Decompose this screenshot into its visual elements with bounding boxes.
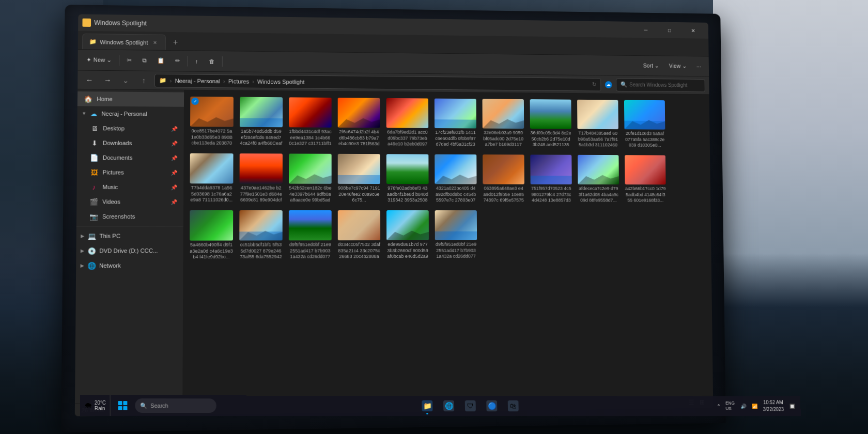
taskbar-app-explorer[interactable]: 📁	[417, 396, 438, 416]
pictures-icon: 🖼	[90, 168, 99, 176]
file-item-2[interactable]: 1fbbd4431c4df 93acee9ea1384 1c4b660c1e32…	[287, 95, 334, 149]
file-name-0: 0ce8517be4072 5a1e0b33d65e3 890Bcbe113ed…	[190, 128, 234, 147]
file-thumbnail-8	[577, 100, 618, 129]
file-item-18[interactable]: afdececa7c2e9 d793f1a62d08 4ba4a9c09d 88…	[576, 153, 621, 206]
dvd-chevron-icon: ▶	[81, 248, 84, 253]
share-button[interactable]: ↑	[191, 54, 203, 68]
sidebar-item-videos[interactable]: 🎬 Videos 📌	[76, 194, 183, 209]
tab-close-button[interactable]: ✕	[151, 39, 159, 46]
file-item-20[interactable]: 5a4660b490ff4 d9f1a3e2a0d c4a6c19e3b4 f4…	[188, 208, 236, 264]
file-item-6[interactable]: 32e06eb03a9 9059bf05adc00 2d75e10a7be7 b…	[481, 97, 526, 150]
file-name-20: 5a4660b490ff4 d9f1a3e2a0d c4a6c19e3b4 f4…	[190, 242, 233, 261]
taskbar-weather[interactable]: 🌧 20°C Rain	[80, 395, 111, 416]
maximize-button[interactable]: □	[658, 22, 681, 39]
file-item-0[interactable]: 0ce8517be4072 5a1e0b33d65e3 890Bcbe113ed…	[188, 95, 236, 149]
minimize-button[interactable]: ─	[634, 22, 657, 38]
file-item-22[interactable]: d9f5f951ed0bf 21e92551ad417 b7b9031a432a…	[287, 208, 334, 263]
videos-pin-icon: 📌	[171, 199, 177, 205]
file-item-17[interactable]: 751f957d70523 4c59801279fc4 27d73c4d4248…	[528, 152, 574, 206]
file-area[interactable]: 0ce8517be4072 5a1e0b33d65e3 890Bcbe113ed…	[182, 90, 713, 402]
home-icon: 🏠	[84, 95, 92, 103]
file-item-3[interactable]: 2f6c6474d2b2f 4b4d6b486cb83 b79a7eb4c90e…	[336, 96, 382, 150]
clock: 10:52 AM 3/22/2023	[763, 399, 784, 413]
sidebar-neeraj-personal[interactable]: ▼ ☁ Neeraj - Personal	[78, 106, 184, 121]
taskbar-app-security[interactable]: 🛡	[460, 396, 480, 416]
sidebar-dvd-drive[interactable]: ▶ 💿 DVD Drive (D:) CCC...	[76, 243, 183, 258]
file-selected-indicator	[191, 98, 198, 105]
file-item-15[interactable]: 4321a023bc405 d4a92dfb0d8bc c454b5597e7c…	[432, 152, 478, 207]
file-item-12[interactable]: 542b52cen182c 6be4e3397b644 9dfb8aa8aace…	[287, 151, 334, 206]
sidebar-item-documents[interactable]: 📄 Documents 📌	[77, 150, 184, 165]
file-item-7[interactable]: 36d09c05c3d4 8c2e50cb2b6 2d75e10d3b248 a…	[528, 97, 574, 151]
file-item-10[interactable]: T7b4dda9378 1a565d03698 1c76a6a2e9a8 711…	[188, 151, 235, 206]
toolbar-separator-3	[222, 56, 222, 67]
delete-button[interactable]: 🗑	[205, 54, 219, 68]
add-tab-button[interactable]: +	[167, 35, 183, 50]
copy-button[interactable]: ⧉	[138, 53, 151, 68]
up-button[interactable]: ↑	[136, 73, 151, 87]
notification-center[interactable]: 🔲	[787, 396, 797, 416]
file-item-11[interactable]: 437e0ae1462be b277f9e1501e3 d684e6609c81…	[237, 151, 285, 206]
file-item-4[interactable]: 6da7bf9ed2d1 acc0d09bc337 79b73eba49e10 …	[384, 96, 431, 150]
file-item-21[interactable]: cc51bb5df1bf1 5f535d7d0027 879e24673af55…	[237, 208, 285, 263]
active-tab[interactable]: 📁 Windows Spotlight ✕	[82, 34, 165, 50]
file-item-24[interactable]: ede99d861b7d 9773b3b2660cf 600d59af0bcab…	[384, 208, 431, 262]
file-thumbnail-16	[483, 154, 524, 184]
taskbar-app-store[interactable]: 🛍	[503, 396, 523, 416]
file-item-25[interactable]: d9f5f951ed0bf 21e92551ad417 b7b9031a432a…	[433, 208, 479, 262]
sidebar-network[interactable]: ▶ 🌐 Network	[76, 258, 183, 273]
sidebar-item-home[interactable]: 🏠 Home	[78, 91, 184, 107]
taskbar-app-browser[interactable]: 🌐	[439, 396, 459, 416]
file-item-14[interactable]: 976fe02adb8ef3 43aadb4f1be8d b840d319342…	[384, 152, 431, 206]
file-item-23[interactable]: d034cc05f7502 3daf835a21c4 33c2075c26683…	[336, 208, 382, 263]
close-button[interactable]: ✕	[681, 22, 704, 39]
file-thumbnail-25	[435, 210, 477, 240]
file-item-9[interactable]: 20fe1d1c6d3 5a5af077a5fa 5ac388c2e039 d1…	[622, 98, 668, 151]
file-item-13[interactable]: 908be7c97c94 719120e46fee2 c8a9c6e6c75..…	[336, 152, 382, 206]
sidebar-item-screenshots[interactable]: 📷 Screenshots	[76, 209, 183, 224]
lang-text: ENGUS	[725, 401, 735, 412]
back-button[interactable]: ←	[82, 72, 97, 87]
taskbar-app-edge[interactable]: 🔵	[482, 396, 502, 416]
file-item-19[interactable]: a42b66b17cc0 1d795adb4bd 4148c64f355 601…	[623, 153, 668, 206]
file-thumbnail-13	[338, 154, 380, 184]
sidebar-item-downloads[interactable]: ⬇ Downloads 📌	[77, 135, 184, 150]
new-button[interactable]: ✦ New ⌄	[82, 53, 116, 68]
view-button[interactable]: View ⌄	[665, 59, 691, 73]
file-item-1[interactable]: 1a5b748d5ddb d59ef284efcd6 849ed74ca24f8…	[238, 95, 285, 150]
time-date[interactable]: 10:52 AM 3/22/2023	[761, 396, 786, 416]
network-status-icon[interactable]: 📶	[750, 396, 760, 416]
search-bar[interactable]: 🔍 Search Windows Spotlight	[616, 78, 705, 92]
sort-button[interactable]: Sort ⌄	[639, 58, 663, 73]
search-icon: 🔍	[621, 81, 628, 88]
new-label: New ⌄	[94, 56, 112, 63]
sidebar-this-pc[interactable]: ▶ 💻 This PC	[76, 228, 183, 243]
forward-button[interactable]: →	[100, 72, 115, 87]
sidebar-item-pictures[interactable]: 🖼 Pictures 📌	[77, 165, 184, 180]
file-thumbnail-4	[386, 98, 429, 128]
start-button[interactable]	[111, 395, 135, 416]
recent-button[interactable]: ⌄	[118, 73, 133, 88]
file-item-8[interactable]: T17b484385aed 60b90a53aa56 7a7f915a1b3d …	[575, 98, 621, 151]
file-thumbnail-2	[289, 97, 332, 127]
sidebar-item-desktop[interactable]: 🖥 Desktop 📌	[77, 121, 183, 136]
paste-button[interactable]: 📋	[153, 53, 169, 68]
win-logo-sq-3	[118, 406, 122, 410]
file-item-16[interactable]: 063895a648ae3 e4a9d012f9b5e 10e8574397c …	[481, 152, 526, 206]
screen-bezel: Windows Spotlight ─ □ ✕ 📁 Windows Spotli…	[75, 14, 714, 416]
file-item-5[interactable]: 17cf23ef601fb 1411c6e504dfb 0f0b9f97d7de…	[432, 97, 478, 150]
more-button[interactable]: ···	[692, 59, 705, 73]
show-hidden-icons[interactable]: ^	[716, 396, 722, 416]
lang-indicator[interactable]: ENGUS	[723, 396, 737, 416]
weather-info: 20°C Rain	[95, 400, 106, 411]
rename-button[interactable]: ✏	[171, 54, 184, 68]
address-folder-icon: 📁	[159, 77, 166, 84]
sidebar-item-music[interactable]: ♪ Music 📌	[76, 180, 183, 195]
more-label: ···	[696, 63, 701, 69]
refresh-icon[interactable]: ↻	[592, 81, 597, 88]
cut-button[interactable]: ✂	[122, 53, 136, 68]
volume-icon[interactable]: 🔊	[738, 396, 748, 416]
taskbar-search[interactable]: 🔍 Search	[135, 398, 217, 413]
file-thumbnail-10	[190, 153, 234, 184]
address-bar[interactable]: 📁 › Neeraj - Personal › Pictures › Windo…	[154, 73, 601, 91]
